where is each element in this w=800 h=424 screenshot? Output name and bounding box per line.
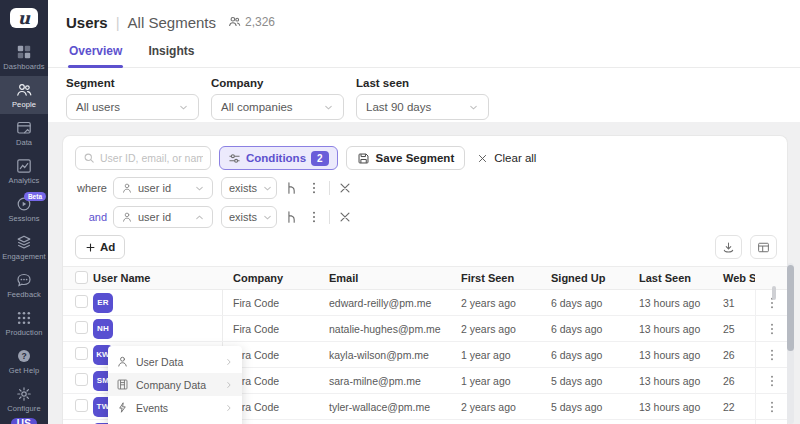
download-button[interactable] — [715, 235, 742, 259]
row-checkbox[interactable] — [75, 321, 88, 334]
email-cell: kayla-wilson@pm.me — [319, 349, 451, 361]
table-header: User NameCompanyEmailFirst SeenSigned Up… — [63, 266, 787, 290]
header-checkbox-cell — [63, 271, 91, 286]
title-divider: | — [116, 14, 120, 31]
row-actions-cell — [755, 368, 787, 393]
lightning-icon — [116, 401, 129, 414]
row-checkbox-cell — [63, 321, 91, 336]
analytics-icon — [16, 158, 32, 174]
row-menu-icon[interactable] — [765, 400, 779, 414]
chevron-down-icon — [194, 183, 205, 194]
select-all-checkbox[interactable] — [75, 271, 88, 284]
column-header-web: Web Se — [717, 272, 755, 284]
sidebar-item-sessions[interactable]: BetaSessions — [0, 190, 48, 228]
web-sessions-cell: 26 — [717, 349, 755, 361]
users-count-icon — [228, 15, 241, 28]
page-scrollbar[interactable] — [787, 263, 794, 424]
menu-item-company-data[interactable]: Company Data — [108, 373, 242, 396]
save-segment-button[interactable]: Save Segment — [346, 146, 466, 170]
condition-row-1: whereuser idexists — [63, 177, 787, 199]
sidebar-item-label: Analytics — [0, 176, 48, 185]
row-checkbox-cell — [63, 347, 91, 362]
filter-select-last-seen[interactable]: Last 90 days — [356, 94, 489, 120]
row-menu-icon[interactable] — [765, 374, 779, 388]
sidebar-item-analytics[interactable]: Analytics — [0, 152, 48, 190]
menu-item-segment[interactable]: Segment — [108, 419, 242, 424]
sidebar-item-get-help[interactable]: ?Get Help — [0, 342, 48, 380]
condition-field-select[interactable]: user id — [113, 177, 213, 199]
segment-title: All Segments — [128, 14, 216, 31]
sidebar-item-feedback[interactable]: Feedback — [0, 266, 48, 304]
menu-item-user-data[interactable]: User Data — [108, 350, 242, 373]
row-checkbox[interactable] — [75, 373, 88, 386]
condition-field-select[interactable]: user id — [113, 206, 213, 228]
row-checkbox[interactable] — [75, 399, 88, 412]
save-segment-label: Save Segment — [376, 152, 455, 164]
last-seen-cell: 13 hours ago — [629, 375, 717, 387]
main-area: Users | All Segments 2,326 Overview Insi… — [48, 0, 800, 424]
email-cell: natalie-hughes@pm.me — [319, 323, 451, 335]
nest-condition-icon[interactable] — [285, 210, 299, 224]
sidebar-item-engagement[interactable]: Engagement — [0, 228, 48, 266]
chevron-down-icon — [178, 102, 189, 113]
table-scrollbar-thumb[interactable] — [772, 286, 776, 300]
sidebar-item-label: Engagement — [0, 252, 48, 261]
table-tools — [715, 235, 777, 259]
sidebar: u DashboardsPeopleDataAnalyticsBetaSessi… — [0, 0, 48, 424]
tab-overview[interactable]: Overview — [68, 44, 123, 67]
menu-item-events[interactable]: Events — [108, 396, 242, 419]
sidebar-item-data[interactable]: Data — [0, 114, 48, 152]
signed-up-cell: 5 days ago — [541, 401, 629, 413]
conditions-button[interactable]: Conditions 2 — [219, 146, 338, 170]
email-cell: tyler-wallace@pm.me — [319, 401, 451, 413]
columns-button[interactable] — [750, 235, 777, 259]
chevron-right-icon — [224, 380, 234, 390]
user-cell: ER — [91, 290, 223, 315]
row-checkbox[interactable] — [75, 295, 88, 308]
condition-operator-select[interactable]: exists — [221, 206, 277, 228]
clear-all-button[interactable]: Clear all — [477, 152, 536, 164]
signed-up-cell: 5 days ago — [541, 375, 629, 387]
add-filter-button[interactable]: Ad — [75, 235, 125, 259]
row-menu-icon[interactable] — [765, 322, 779, 336]
person-icon — [121, 211, 133, 223]
filter-select-segment[interactable]: All users — [66, 94, 199, 120]
filter-value: All companies — [221, 101, 293, 113]
sidebar-item-people[interactable]: People — [0, 76, 48, 114]
row-actions-cell — [755, 342, 787, 367]
avatar: NH — [93, 319, 113, 339]
user-avatar[interactable]: US — [11, 418, 37, 424]
search-box[interactable] — [75, 146, 211, 170]
row-checkbox-cell — [63, 295, 91, 310]
remove-condition-icon[interactable] — [338, 181, 352, 195]
menu-item-label: User Data — [136, 356, 183, 368]
signed-up-cell: 6 days ago — [541, 297, 629, 309]
nest-condition-icon[interactable] — [285, 181, 299, 195]
first-seen-cell: 2 years ago — [451, 297, 541, 309]
condition-field-value: user id — [138, 211, 189, 223]
search-input[interactable] — [100, 152, 203, 164]
tab-bar: Overview Insights — [48, 42, 800, 68]
first-seen-cell: 2 years ago — [451, 401, 541, 413]
web-sessions-cell: 25 — [717, 323, 755, 335]
sidebar-item-production[interactable]: Production — [0, 304, 48, 342]
filter-select-company[interactable]: All companies — [211, 94, 344, 120]
column-header-company: Company — [223, 272, 319, 284]
table-columns-icon — [757, 241, 770, 254]
last-seen-cell: 13 hours ago — [629, 349, 717, 361]
row-menu-icon[interactable] — [765, 348, 779, 362]
company-cell: Fira Code — [223, 297, 319, 309]
email-cell: edward-reilly@pm.me — [319, 297, 451, 309]
sidebar-item-configure[interactable]: Configure — [0, 380, 48, 418]
page-scrollbar-thumb[interactable] — [787, 265, 794, 351]
conditions-label: Conditions — [246, 152, 306, 164]
condition-operator-select[interactable]: exists — [221, 177, 277, 199]
app-logo[interactable]: u — [10, 8, 38, 28]
remove-condition-icon[interactable] — [338, 210, 352, 224]
sidebar-item-dashboards[interactable]: Dashboards — [0, 38, 48, 76]
condition-more-icon[interactable] — [307, 210, 321, 224]
row-checkbox[interactable] — [75, 347, 88, 360]
menu-item-label: Company Data — [136, 379, 206, 391]
tab-insights[interactable]: Insights — [147, 44, 195, 67]
condition-more-icon[interactable] — [307, 181, 321, 195]
